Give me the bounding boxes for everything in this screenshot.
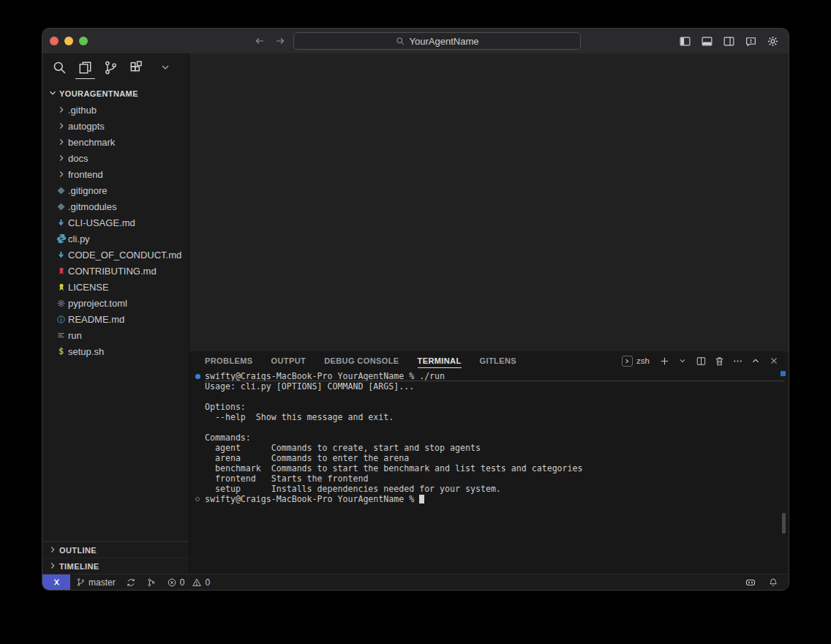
terminal-cursor (419, 495, 424, 503)
tree-item[interactable]: CONTRIBUTING.md (42, 263, 189, 279)
tree-item[interactable]: pyproject.toml (42, 295, 189, 311)
tree-item-label: .gitignore (67, 185, 107, 196)
terminal-output[interactable]: swifty@Craigs-MacBook-Pro YourAgentName … (189, 371, 789, 574)
panel-tab[interactable]: TERMINAL (418, 351, 462, 370)
activity-bar (42, 53, 189, 81)
kill-terminal-trash-icon[interactable] (713, 355, 725, 367)
settings-gear-icon[interactable] (766, 34, 780, 48)
tree-item[interactable]: docs (42, 150, 189, 166)
gear-file-icon (55, 297, 67, 309)
terminal-shell-selector[interactable]: zsh (622, 356, 650, 367)
command-center-search[interactable]: YourAgentName (293, 32, 581, 50)
editor-area[interactable] (189, 53, 789, 351)
more-actions-icon[interactable] (732, 355, 743, 367)
branch-name: master (89, 577, 116, 588)
lines-icon (55, 329, 67, 341)
tree-item-label: docs (67, 153, 88, 164)
chevron-right-icon (55, 136, 67, 148)
panel-tab[interactable]: GITLENS (480, 351, 516, 370)
split-terminal-icon[interactable] (695, 355, 707, 367)
tree-item[interactable]: frontend (42, 166, 189, 182)
branch-status[interactable]: master (76, 577, 116, 588)
close-window-button[interactable] (50, 37, 59, 45)
circle-filled-icon (195, 373, 200, 379)
root-folder-label: YOURAGENTNAME (59, 89, 138, 98)
terminal-line: agent Commands to create, start and stop… (189, 443, 789, 453)
error-count: 0 (180, 577, 185, 588)
tree-item[interactable]: cli.py (42, 231, 189, 247)
sidebar: YOURAGENTNAME .github autogpts (42, 53, 189, 574)
terminal-line: Commands: (189, 433, 789, 443)
close-panel-icon[interactable] (768, 355, 780, 367)
forward-icon[interactable] (274, 34, 287, 48)
source-control-icon[interactable] (98, 55, 124, 80)
sidebar-section-header[interactable]: OUTLINE (42, 542, 189, 558)
terminal-scrollbar-thumb[interactable] (782, 513, 786, 533)
tree-item-label: autogpts (67, 121, 105, 132)
feedback-icon[interactable] (744, 34, 758, 48)
tree-item-label: run (67, 330, 82, 341)
tree-item-label: CONTRIBUTING.md (67, 266, 157, 277)
shell-name: zsh (636, 356, 650, 365)
terminal-dropdown-chevron-icon[interactable] (677, 355, 688, 367)
extensions-icon[interactable] (124, 55, 149, 80)
circle-outline-icon (195, 496, 200, 502)
sidebar-section-header[interactable]: TIMELINE (42, 558, 189, 574)
tree-item[interactable]: benchmark (42, 134, 189, 150)
tree-item[interactable]: $ setup.sh (42, 343, 189, 359)
git-branch-icon (76, 577, 86, 587)
terminal-line: arena Commands to enter the arena (189, 453, 789, 463)
status-bar: master 0 0 (42, 574, 789, 590)
ribbon-icon (55, 265, 67, 277)
tree-root-folder[interactable]: YOURAGENTNAME (42, 86, 189, 102)
chevron-right-icon (55, 120, 67, 132)
tree-item[interactable]: README.md (42, 311, 189, 327)
sync-changes-button[interactable] (126, 577, 136, 588)
tree-item-label: frontend (67, 169, 103, 180)
python-icon (55, 233, 67, 244)
search-icon[interactable] (47, 55, 72, 80)
panel-tab[interactable]: OUTPUT (271, 351, 307, 370)
tree-item[interactable]: LICENSE (42, 279, 189, 295)
toggle-panel-icon[interactable] (700, 34, 714, 48)
problems-status[interactable]: 0 0 (167, 577, 210, 588)
tree-item-label: .gitmodules (67, 201, 116, 212)
copilot-icon[interactable] (745, 577, 756, 588)
tree-item[interactable]: run (42, 327, 189, 343)
tree-item[interactable]: .gitignore (42, 182, 189, 198)
sync-icon (126, 577, 136, 588)
terminal-line: --help Show this message and exit. (189, 412, 789, 422)
terminal-line: benchmark Commands to start the benchmar… (189, 463, 789, 473)
terminal-prompt-icon (622, 356, 633, 367)
panel-tab[interactable]: PROBLEMS (205, 351, 253, 370)
notifications-bell-icon[interactable] (768, 577, 778, 588)
tree-item-label: .github (67, 105, 97, 116)
gitlens-graph-icon[interactable] (146, 577, 157, 588)
terminal-line (189, 392, 789, 402)
tree-item[interactable]: .github (42, 102, 189, 118)
terminal-line: Usage: cli.py [OPTIONS] COMMAND [ARGS]..… (189, 381, 789, 392)
explorer-icon[interactable] (72, 55, 98, 80)
tree-item[interactable]: CODE_OF_CONDUCT.md (42, 247, 189, 263)
tree-item[interactable]: .gitmodules (42, 198, 189, 214)
toggle-primary-sidebar-icon[interactable] (678, 34, 692, 48)
warning-count: 0 (205, 577, 210, 588)
tree-item[interactable]: autogpts (42, 118, 189, 134)
chevron-down-icon[interactable] (152, 55, 178, 80)
git-diamond-icon (55, 201, 67, 212)
terminal-line: Options: (189, 402, 789, 412)
minimize-window-button[interactable] (64, 37, 73, 45)
maximize-panel-icon[interactable] (750, 355, 762, 367)
tree-item-label: cli.py (67, 233, 90, 244)
zoom-window-button[interactable] (79, 37, 88, 45)
panel-tab[interactable]: DEBUG CONSOLE (324, 351, 399, 370)
bottom-panel: PROBLEMS OUTPUT DEBUG CONSOLE TERMINAL (189, 351, 789, 574)
remote-indicator[interactable] (42, 574, 70, 590)
back-icon[interactable] (253, 34, 266, 48)
tree-item[interactable]: CLI-USAGE.md (42, 214, 189, 231)
search-icon (396, 37, 405, 46)
toggle-secondary-sidebar-icon[interactable] (722, 34, 736, 48)
new-terminal-icon[interactable] (658, 355, 670, 367)
tree-item-label: pyproject.toml (67, 298, 127, 309)
terminal-line: swifty@Craigs-MacBook-Pro YourAgentName … (189, 371, 789, 381)
